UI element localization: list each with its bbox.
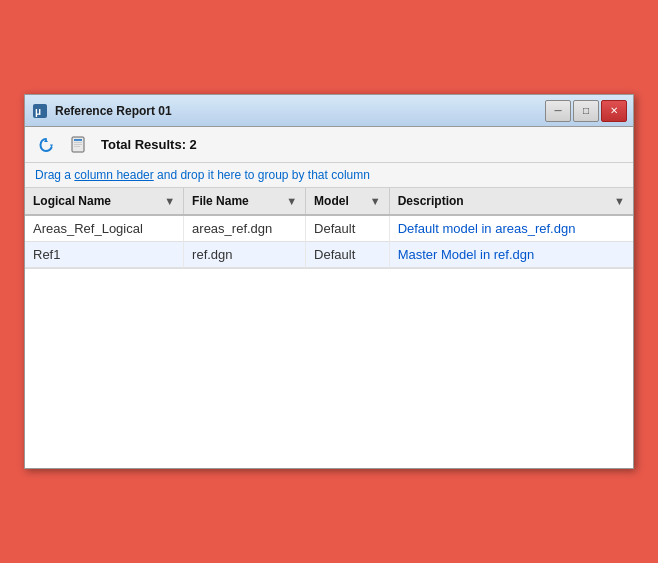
total-results-label: Total Results: 2 [101, 137, 197, 152]
window-title: Reference Report 01 [55, 104, 545, 118]
cell-model-2: Default [306, 242, 390, 268]
cell-description-1: Default model in areas_ref.dgn [389, 215, 633, 242]
minimize-button[interactable]: ─ [545, 100, 571, 122]
table-row: Areas_Ref_Logical areas_ref.dgn Default … [25, 215, 633, 242]
table-header-row: Logical Name ▼ File Name ▼ Model ▼ [25, 188, 633, 215]
cell-logical-name-1: Areas_Ref_Logical [25, 215, 184, 242]
drag-hint-prefix: Drag a [35, 168, 74, 182]
cell-file-name-2: ref.dgn [184, 242, 306, 268]
refresh-button[interactable] [33, 132, 59, 158]
column-header-link[interactable]: column header [74, 168, 153, 182]
close-button[interactable]: ✕ [601, 100, 627, 122]
cell-file-name-1: areas_ref.dgn [184, 215, 306, 242]
col-header-file-name[interactable]: File Name ▼ [184, 188, 306, 215]
cell-description-2: Master Model in ref.dgn [389, 242, 633, 268]
main-window: μ Reference Report 01 ─ □ ✕ [24, 94, 634, 469]
title-bar: μ Reference Report 01 ─ □ ✕ [25, 95, 633, 127]
svg-rect-3 [74, 139, 82, 141]
window-controls: ─ □ ✕ [545, 100, 627, 122]
app-icon: μ [31, 102, 49, 120]
table-row: Ref1 ref.dgn Default Master Model in ref… [25, 242, 633, 268]
drag-hint-bar: Drag a column header and drop it here to… [25, 163, 633, 188]
cell-logical-name-2: Ref1 [25, 242, 184, 268]
svg-rect-5 [74, 144, 82, 145]
refresh-icon [37, 136, 55, 154]
svg-rect-6 [74, 146, 80, 147]
filter-icon-logical-name[interactable]: ▼ [164, 195, 175, 207]
svg-text:μ: μ [35, 106, 41, 117]
filter-icon-file-name[interactable]: ▼ [286, 195, 297, 207]
svg-rect-4 [74, 142, 82, 143]
drag-hint-suffix: and drop it here to group by that column [154, 168, 370, 182]
restore-button[interactable]: □ [573, 100, 599, 122]
toolbar: Total Results: 2 [25, 127, 633, 163]
empty-panel [25, 268, 633, 468]
filter-icon-description[interactable]: ▼ [614, 195, 625, 207]
col-header-description[interactable]: Description ▼ [389, 188, 633, 215]
filter-icon-model[interactable]: ▼ [370, 195, 381, 207]
report-button[interactable] [67, 132, 93, 158]
col-header-logical-name[interactable]: Logical Name ▼ [25, 188, 184, 215]
data-table: Logical Name ▼ File Name ▼ Model ▼ [25, 188, 633, 268]
report-icon [70, 136, 90, 154]
cell-model-1: Default [306, 215, 390, 242]
data-table-container: Logical Name ▼ File Name ▼ Model ▼ [25, 188, 633, 268]
col-header-model[interactable]: Model ▼ [306, 188, 390, 215]
